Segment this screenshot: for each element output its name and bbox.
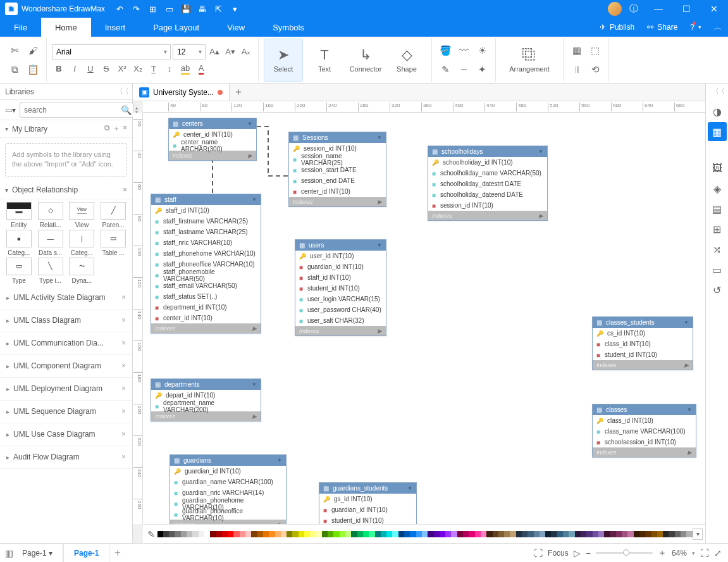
erd-field[interactable]: ◆center_name ARCHAR(300) (169, 140, 256, 151)
select-tool[interactable]: ➤Select (264, 39, 303, 82)
subscript-icon[interactable]: X₂ (131, 62, 145, 76)
color-swatch[interactable] (475, 531, 481, 537)
library-search-input[interactable] (20, 103, 133, 118)
superscript-icon[interactable]: X² (115, 62, 129, 76)
erd-field[interactable]: ◆staff_phonemobile VARCHAR(50) (151, 270, 261, 280)
color-swatch[interactable] (551, 531, 557, 537)
color-swatch[interactable] (557, 531, 563, 537)
shape-thumb[interactable]: |Categ... (67, 230, 97, 256)
close-section-icon[interactable]: × (123, 185, 127, 194)
color-swatch[interactable] (199, 531, 204, 537)
save-button[interactable]: 💾 (178, 1, 194, 16)
erd-field[interactable]: ◆user_login VARCHAR(15) (295, 294, 386, 304)
color-swatch[interactable] (263, 531, 269, 537)
color-swatch[interactable] (392, 531, 398, 537)
color-swatch[interactable] (610, 531, 615, 537)
fit-page-icon[interactable]: ⛶ (700, 548, 709, 558)
image-icon[interactable]: 🖼 (708, 159, 727, 178)
copy-icon[interactable]: ⧉ (6, 61, 23, 78)
cut-icon[interactable]: ✄ (6, 42, 23, 59)
library-category[interactable]: ▸UML Deployment Diagram× (0, 378, 132, 401)
outline-view-icon[interactable]: ▥ (5, 548, 13, 558)
redo-button[interactable]: ↷ (129, 1, 144, 16)
align-icon[interactable]: ▦ (569, 42, 585, 59)
color-swatch[interactable] (469, 531, 474, 537)
color-swatch[interactable] (604, 531, 610, 537)
erd-field[interactable]: ◆staff_phonehome VARCHAR(10) (151, 248, 261, 259)
shape-thumb[interactable]: ▭Table ... (98, 230, 128, 256)
color-swatch[interactable] (563, 531, 569, 537)
erd-field[interactable]: ◆center_id INT(10) (289, 186, 386, 197)
color-swatch[interactable] (598, 531, 604, 537)
menu-tab-home[interactable]: Home (41, 18, 91, 37)
color-swatch[interactable] (310, 531, 316, 537)
erd-field[interactable]: ◆guardian_id INT(10) (319, 504, 416, 515)
shape-thumb[interactable]: ◇Relati... (35, 202, 66, 228)
close-category-icon[interactable]: × (121, 339, 126, 347)
erd-field[interactable]: ◆guardian_phoneoffice VARCHAR(10) (170, 509, 286, 520)
erd-field[interactable]: ◆session_id INT(10) (428, 200, 547, 211)
color-swatch[interactable] (639, 531, 645, 537)
close-button[interactable]: ✕ (700, 0, 728, 18)
qat-options-button[interactable]: ▾ (228, 1, 243, 16)
erd-entity-sessions[interactable]: ▦Sessions▼🔑session_id INT(10)◆session_na… (288, 132, 386, 207)
erd-field[interactable]: 🔑gs_id INT(10) (319, 494, 416, 504)
color-swatch[interactable] (651, 531, 657, 537)
color-swatch[interactable] (440, 531, 445, 537)
collapse-icon[interactable]: ▼ (252, 382, 257, 387)
decrease-font-icon[interactable]: A▾ (223, 45, 237, 59)
color-swatch[interactable] (586, 531, 592, 537)
object-relationship-section[interactable]: ▾ Object Relationship × (0, 182, 132, 199)
color-swatch[interactable] (204, 531, 210, 537)
menu-tab-file[interactable]: File (0, 18, 41, 37)
color-swatch[interactable] (351, 531, 357, 537)
add-icon[interactable]: ＋ (113, 123, 120, 134)
color-swatch[interactable] (192, 531, 198, 537)
color-swatch[interactable] (233, 531, 239, 537)
color-swatch[interactable] (210, 531, 216, 537)
library-category[interactable]: ▸UML Class Diagram× (0, 309, 132, 332)
erd-field[interactable]: ◆session_start DATE (289, 165, 386, 175)
color-swatch[interactable] (328, 531, 333, 537)
color-swatch[interactable] (181, 531, 187, 537)
highlight-icon[interactable]: ab (178, 62, 192, 76)
color-swatch[interactable] (540, 531, 545, 537)
color-swatch[interactable] (251, 531, 257, 537)
erd-field[interactable]: ◆staff_email VARCHAR(50) (151, 280, 261, 291)
erd-field[interactable]: ◆staff_lastname VARCHAR(25) (151, 227, 261, 237)
document-tab[interactable]: ▣ University Syste... (133, 84, 230, 101)
color-swatch[interactable] (163, 531, 169, 537)
erd-entity-staff[interactable]: ▦staff▼🔑staff_id INT(10)◆staff_firstname… (151, 194, 261, 334)
color-swatch[interactable] (410, 531, 416, 537)
color-swatch[interactable] (457, 531, 463, 537)
color-swatch[interactable] (304, 531, 310, 537)
color-swatch[interactable] (534, 531, 540, 537)
zoom-in-icon[interactable]: ＋ (658, 547, 667, 559)
color-swatch[interactable] (510, 531, 515, 537)
page-icon[interactable]: ▤ (708, 199, 727, 218)
notifications-icon[interactable]: ⓘ (626, 1, 642, 17)
color-swatch[interactable] (681, 531, 686, 537)
group-icon[interactable]: ⬚ (587, 42, 603, 59)
layers-icon[interactable]: ◈ (708, 179, 727, 198)
library-category[interactable]: ▸UML Component Diagram× (0, 355, 132, 378)
color-swatch[interactable] (486, 531, 492, 537)
color-swatch[interactable] (169, 531, 175, 537)
erd-field[interactable]: ◆staff_id INT(10) (295, 272, 386, 283)
color-swatch[interactable] (434, 531, 440, 537)
font-size-select[interactable]: 12 (173, 44, 206, 59)
color-swatch[interactable] (216, 531, 222, 537)
erd-field[interactable]: 🔑class_id INT(10) (593, 415, 696, 426)
connector-tool[interactable]: ↳Connector (346, 39, 385, 82)
color-swatch[interactable] (222, 531, 228, 537)
measure-icon[interactable]: ⊞ (708, 220, 727, 239)
my-library-section[interactable]: ▾ My Library ⧉＋× (0, 120, 132, 138)
shape-thumb[interactable]: ▬Entity (4, 202, 34, 228)
color-swatch[interactable] (269, 531, 275, 537)
color-swatch[interactable] (569, 531, 574, 537)
color-swatch[interactable] (322, 531, 328, 537)
color-swatch[interactable] (245, 531, 251, 537)
erd-field[interactable]: ◆user_salt CHAR(32) (295, 315, 386, 326)
open-button[interactable]: ▭ (162, 1, 177, 16)
color-swatch[interactable] (357, 531, 363, 537)
